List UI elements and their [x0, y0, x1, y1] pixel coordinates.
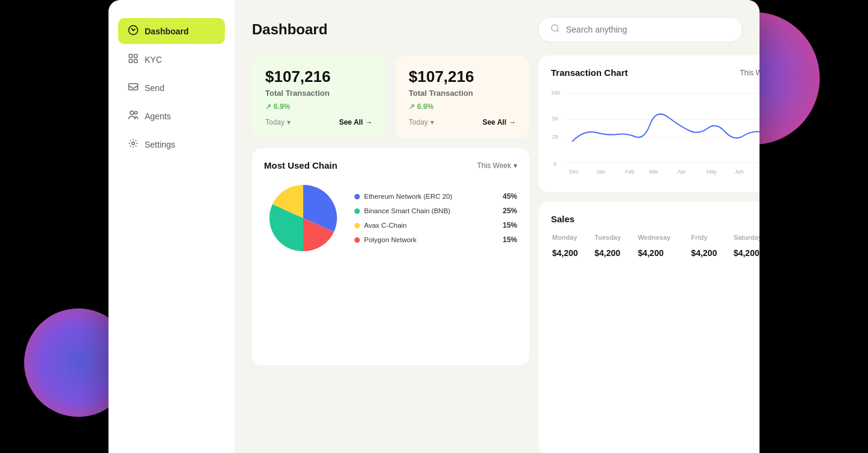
sales-val-2: $4,200: [638, 248, 690, 258]
legend-dot-1: [354, 208, 360, 214]
legend-pct-3: 15%: [503, 236, 517, 244]
search-input[interactable]: [566, 25, 730, 34]
stat-amount-1: $107,216: [265, 67, 373, 86]
legend-pct-2: 15%: [503, 221, 517, 230]
sales-col-monday: Monday: [552, 234, 593, 247]
legend-item-0: Ethereum Network (ERC 20) 45%: [354, 192, 517, 201]
main-content: Dashboard $107,216 Total T: [235, 0, 760, 453]
sales-col-friday: Fridy: [691, 234, 732, 247]
legend-dot-2: [354, 223, 360, 228]
sidebar-item-kyc[interactable]: KYC: [118, 46, 225, 72]
send-icon: [128, 81, 139, 94]
svg-point-8: [134, 111, 137, 114]
stat-footer-2: Today ▾ See All →: [409, 118, 516, 127]
stat-card-2: $107,216 Total Transaction ↗ 6.9% Today …: [395, 55, 529, 139]
stat-growth-1: ↗ 6.9%: [265, 102, 373, 111]
sidebar-item-label: Dashboard: [145, 27, 189, 36]
sidebar-item-settings[interactable]: Settings: [118, 131, 225, 157]
kyc-icon: [128, 53, 139, 66]
sales-table: Monday Tuesday Wednesay Fridy Saturday $…: [551, 233, 760, 259]
svg-point-12: [552, 25, 558, 31]
legend-item-1: Binance Smart Chain (BNB) 25%: [354, 207, 517, 215]
sales-val-4: $4,200: [734, 248, 760, 258]
svg-rect-2: [129, 54, 132, 57]
stat-period-1[interactable]: Today ▾: [265, 118, 291, 127]
page-header: Dashboard: [252, 17, 743, 42]
chart-filter[interactable]: This Week ▾: [740, 69, 760, 77]
x-label-apr: Apr: [678, 169, 686, 175]
sales-col-tuesday: Tuesday: [594, 234, 637, 247]
legend-label-2: Avax C-Chain: [364, 222, 407, 229]
page-title: Dashboard: [252, 21, 327, 38]
y-label-50: 50: [552, 116, 558, 122]
y-label-25: 25: [552, 134, 558, 140]
y-label-0: 0: [553, 161, 556, 167]
transaction-chart-section: Transaction Chart This Week ▾ 100 50 25 …: [539, 55, 760, 192]
sidebar-item-dashboard[interactable]: Dashboard: [118, 18, 225, 44]
sales-col-saturday: Saturday: [734, 234, 760, 247]
app-window: Dashboard KYC: [108, 0, 760, 453]
svg-rect-3: [134, 54, 137, 57]
sidebar-item-label: Send: [145, 83, 165, 93]
dashboard-icon: [128, 25, 139, 37]
sales-row: $4,200 $4,200 $4,200 $4,200 $4,200: [552, 248, 760, 258]
sidebar-nav: Dashboard KYC: [108, 18, 234, 453]
legend-label-1: Binance Smart Chain (BNB): [364, 207, 450, 214]
right-column: Transaction Chart This Week ▾ 100 50 25 …: [539, 55, 760, 453]
stat-footer-1: Today ▾ See All →: [265, 118, 373, 127]
svg-point-9: [132, 142, 135, 145]
svg-point-7: [130, 111, 134, 114]
sales-val-3: $4,200: [691, 248, 732, 258]
x-label-may: May: [706, 169, 717, 175]
pie-chart: [264, 179, 342, 257]
sales-section: Sales Monday Tuesday Wednesay Fridy Satu…: [539, 202, 760, 453]
chart-title: Transaction Chart: [551, 67, 628, 78]
stat-label-2: Total Transaction: [409, 89, 516, 98]
sidebar-item-label: KYC: [145, 55, 162, 64]
y-label-100: 100: [551, 90, 560, 96]
legend-pct-0: 45%: [503, 192, 517, 201]
pie-filter[interactable]: This Week ▾: [477, 161, 517, 170]
sales-col-wednesday: Wednesay: [638, 234, 690, 247]
chevron-down-icon-2: ▾: [430, 118, 434, 127]
search-bar[interactable]: [538, 17, 743, 42]
svg-point-1: [133, 30, 134, 31]
see-all-button-1[interactable]: See All →: [339, 118, 373, 127]
sidebar-item-label: Agents: [145, 111, 171, 121]
stat-amount-2: $107,216: [409, 67, 516, 86]
pie-legend: Ethereum Network (ERC 20) 45% Binance Sm…: [354, 192, 517, 244]
sales-val-1: $4,200: [594, 248, 637, 258]
sales-title: Sales: [551, 214, 760, 224]
legend-item-2: Avax C-Chain 15%: [354, 221, 517, 230]
search-icon: [550, 23, 560, 36]
legend-pct-1: 25%: [503, 207, 517, 215]
arrow-right-icon-2: →: [509, 118, 516, 127]
legend-dot-0: [354, 194, 360, 199]
chevron-down-icon-3: ▾: [514, 161, 517, 170]
line-chart-svg: 100 50 25 0 Dec Jan Feb: [551, 87, 760, 178]
legend-label-3: Polygon Network: [364, 236, 417, 243]
most-used-chain-section: Most Used Chain This Week ▾: [252, 148, 529, 365]
x-label-jun: Jun: [735, 169, 744, 175]
pie-chart-title: Most Used Chain: [264, 160, 338, 170]
x-label-dec: Dec: [569, 169, 579, 175]
sidebar: Dashboard KYC: [108, 0, 235, 453]
stat-period-2[interactable]: Today ▾: [409, 118, 434, 127]
x-label-mar: Mar: [649, 169, 659, 175]
stat-growth-2: ↗ 6.9%: [409, 102, 516, 111]
svg-rect-5: [134, 60, 137, 63]
growth-arrow-icon-2: ↗: [409, 102, 415, 111]
stat-label-1: Total Transaction: [265, 89, 373, 98]
growth-arrow-icon: ↗: [265, 102, 271, 111]
legend-dot-3: [354, 237, 360, 243]
see-all-button-2[interactable]: See All →: [482, 118, 516, 127]
stat-card-1: $107,216 Total Transaction ↗ 6.9% Today …: [252, 55, 386, 139]
sidebar-item-send[interactable]: Send: [118, 75, 225, 101]
sidebar-item-label: Settings: [145, 140, 175, 149]
agents-icon: [128, 110, 139, 122]
x-label-jan: Jan: [596, 169, 605, 175]
arrow-right-icon: →: [365, 118, 373, 127]
sidebar-item-agents[interactable]: Agents: [118, 103, 225, 129]
sales-val-0: $4,200: [552, 248, 593, 258]
legend-label-0: Ethereum Network (ERC 20): [364, 193, 452, 200]
